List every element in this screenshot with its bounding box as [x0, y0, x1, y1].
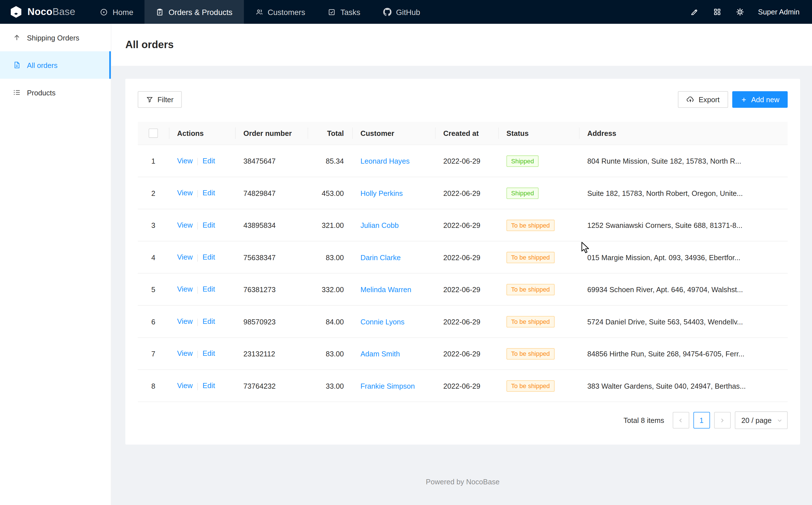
- edit-link[interactable]: Edit: [203, 381, 215, 390]
- select-all-checkbox[interactable]: [149, 129, 158, 138]
- table-toolbar: Filter Export: [138, 91, 788, 108]
- action-divider: [198, 222, 198, 229]
- customer-link[interactable]: Julian Cobb: [360, 221, 398, 229]
- export-button[interactable]: Export: [678, 91, 728, 108]
- table-row: 8 ViewEdit 73764232 33.00 Frankie Simpso…: [138, 370, 788, 402]
- cell-status: To be shipped: [498, 337, 579, 369]
- github-icon: [383, 8, 391, 16]
- action-divider: [198, 383, 198, 390]
- status-badge: To be shipped: [506, 251, 555, 263]
- current-user[interactable]: Super Admin: [758, 8, 800, 16]
- customer-link[interactable]: Melinda Warren: [360, 285, 412, 294]
- nocobase-logo-icon: [9, 5, 23, 19]
- customer-link[interactable]: Adam Smith: [360, 350, 400, 358]
- status-badge: To be shipped: [506, 284, 555, 295]
- nav-item-label: Home: [112, 8, 133, 16]
- cell-status: To be shipped: [498, 209, 579, 241]
- filter-button[interactable]: Filter: [138, 91, 182, 108]
- status-badge: To be shipped: [506, 380, 555, 391]
- cloud-upload-icon: [686, 96, 694, 104]
- row-index: 7: [138, 337, 169, 369]
- page-title: All orders: [125, 39, 174, 51]
- sidebar-item-products[interactable]: Products: [0, 79, 111, 106]
- powered-by: Powered by NocoBase: [125, 478, 800, 495]
- cell-actions: ViewEdit: [169, 241, 235, 273]
- cell-total: 321.00: [307, 209, 352, 241]
- page-size-select[interactable]: 20 / page: [735, 411, 788, 429]
- header-actions: Actions: [169, 122, 235, 145]
- table-row: 4 ViewEdit 75638347 83.00 Darin Clarke 2…: [138, 241, 788, 273]
- header-customer: Customer: [352, 122, 435, 145]
- settings-icon: [736, 8, 744, 16]
- add-new-button[interactable]: Add new: [732, 91, 788, 108]
- table-row: 1 ViewEdit 38475647 85.34 Leonard Hayes …: [138, 145, 788, 177]
- status-badge: Shipped: [506, 155, 539, 166]
- cell-customer: Julian Cobb: [352, 209, 435, 241]
- row-index: 5: [138, 274, 169, 305]
- customer-link[interactable]: Darin Clarke: [360, 253, 400, 261]
- plus-icon: [741, 96, 747, 103]
- cell-created-at: 2022-06-29: [435, 209, 498, 241]
- top-navbar: NocoBase Home Orders & Products Customer…: [0, 0, 812, 24]
- filter-icon: [146, 96, 153, 103]
- sidebar-item-label: All orders: [27, 61, 57, 69]
- page-size-value: 20 / page: [741, 416, 772, 424]
- view-link[interactable]: View: [177, 189, 193, 197]
- cell-customer: Frankie Simpson: [352, 370, 435, 402]
- edit-link[interactable]: Edit: [203, 253, 215, 261]
- pagination-total: Total 8 items: [623, 416, 664, 424]
- row-index: 8: [138, 370, 169, 402]
- header-status: Status: [498, 122, 579, 145]
- cell-total: 84.00: [307, 305, 352, 337]
- nav-item-home[interactable]: Home: [89, 0, 145, 24]
- customer-link[interactable]: Leonard Hayes: [360, 157, 410, 165]
- edit-link[interactable]: Edit: [203, 349, 215, 357]
- logo[interactable]: NocoBase: [0, 0, 89, 24]
- cell-order-number: 73764232: [235, 370, 307, 402]
- customer-link[interactable]: Holly Perkins: [360, 189, 403, 197]
- edit-link[interactable]: Edit: [203, 285, 215, 293]
- view-link[interactable]: View: [177, 285, 193, 293]
- ui-editor-button[interactable]: [686, 3, 703, 21]
- page-1-button[interactable]: 1: [693, 412, 710, 429]
- edit-link[interactable]: Edit: [203, 157, 215, 165]
- arrow-up-icon: [13, 34, 21, 41]
- nav-item-customers[interactable]: Customers: [244, 0, 317, 24]
- table-row: 3 ViewEdit 43895834 321.00 Julian Cobb 2…: [138, 209, 788, 241]
- add-new-button-label: Add new: [751, 96, 780, 104]
- list-icon: [13, 89, 21, 96]
- settings-button[interactable]: [731, 3, 749, 21]
- edit-link[interactable]: Edit: [203, 317, 215, 326]
- next-page-button[interactable]: [714, 412, 731, 429]
- nav-item-tasks[interactable]: Tasks: [317, 0, 372, 24]
- nav-item-github[interactable]: GitHub: [372, 0, 432, 24]
- plugins-button[interactable]: [709, 3, 726, 21]
- status-badge: Shipped: [506, 187, 539, 199]
- customer-link[interactable]: Connie Lyons: [360, 317, 404, 326]
- view-link[interactable]: View: [177, 381, 193, 390]
- cell-total: 85.34: [307, 145, 352, 177]
- cell-actions: ViewEdit: [169, 274, 235, 305]
- sidebar-item-all-orders[interactable]: All orders: [0, 51, 111, 79]
- prev-page-button[interactable]: [672, 412, 689, 429]
- table-row: 7 ViewEdit 23132112 83.00 Adam Smith 202…: [138, 337, 788, 369]
- edit-link[interactable]: Edit: [203, 221, 215, 229]
- cell-actions: ViewEdit: [169, 145, 235, 177]
- cell-order-number: 74829847: [235, 177, 307, 209]
- view-link[interactable]: View: [177, 221, 193, 229]
- view-link[interactable]: View: [177, 349, 193, 357]
- cell-created-at: 2022-06-29: [435, 370, 498, 402]
- nav-item-orders-products[interactable]: Orders & Products: [145, 0, 244, 24]
- header-total: Total: [307, 122, 352, 145]
- highlighter-icon: [690, 8, 699, 16]
- view-link[interactable]: View: [177, 157, 193, 165]
- status-badge: To be shipped: [506, 348, 555, 359]
- customer-link[interactable]: Frankie Simpson: [360, 381, 415, 390]
- sidebar-item-shipping-orders[interactable]: Shipping Orders: [0, 24, 111, 51]
- edit-link[interactable]: Edit: [203, 189, 215, 197]
- view-link[interactable]: View: [177, 253, 193, 261]
- action-divider: [198, 254, 198, 262]
- cell-created-at: 2022-06-29: [435, 274, 498, 305]
- view-link[interactable]: View: [177, 317, 193, 326]
- app: NocoBase Home Orders & Products Customer…: [0, 0, 812, 505]
